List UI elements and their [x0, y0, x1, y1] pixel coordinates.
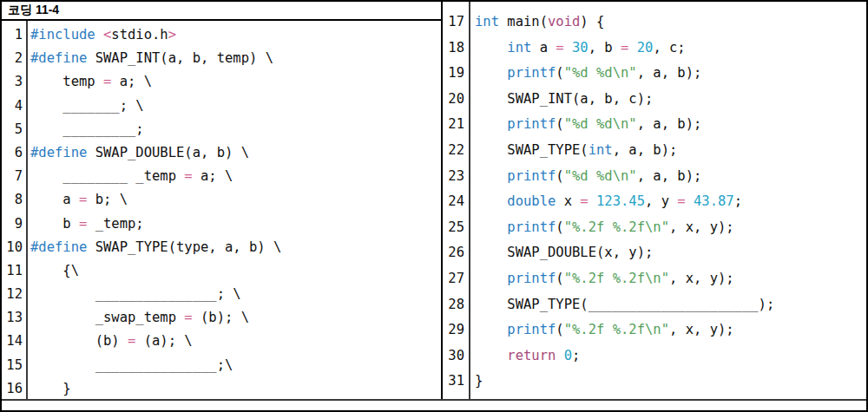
code-token-pl: main(: [499, 14, 548, 29]
code-token-pl: [475, 65, 507, 81]
code-token-pl: SWAP_DOUBLE(a, b) \: [87, 145, 249, 160]
code-token-pl: , a, b);: [637, 116, 702, 132]
code-line: _______; \: [30, 95, 441, 118]
code-token-pl: b: [30, 216, 79, 232]
code-token-num: 0: [564, 348, 572, 363]
code-token-op: =: [103, 74, 111, 89]
code-token-pl: b; \: [87, 192, 128, 207]
code-token-pl: [475, 40, 507, 56]
code-token-num: 43.87: [694, 193, 734, 209]
code-line: b = _temp;: [30, 213, 441, 236]
code-token-mg: void: [548, 14, 580, 29]
code-token-kw: #include: [30, 27, 95, 43]
code-token-kw: int: [475, 14, 499, 29]
code-line: _swap_temp = (b); \: [30, 306, 441, 330]
code-token-pl: ) {: [580, 14, 604, 29]
code-token-pl: ________ _temp: [30, 168, 184, 184]
code-line: return 0;: [475, 343, 866, 369]
code-token-pl: a; \: [193, 168, 233, 184]
listing-title: 코딩 11-4: [8, 3, 59, 16]
code-line: #define SWAP_DOUBLE(a, b) \: [30, 141, 441, 165]
line-number: 28: [443, 292, 464, 318]
code-area-right: 171819202122232425262728293031 int main(…: [443, 2, 866, 399]
code-token-op: =: [677, 193, 685, 209]
line-number: 31: [443, 369, 464, 395]
code-token-kw: #define: [30, 145, 87, 160]
code-token-pl: (a); \: [135, 333, 192, 349]
code-line: #define SWAP_INT(a, b, temp) \: [30, 47, 441, 70]
line-number: 29: [443, 317, 464, 343]
code-token-pl: }: [475, 373, 483, 389]
line-number: 9: [2, 213, 23, 236]
code-token-pl: ;: [572, 348, 580, 363]
code-token-pl: {\: [30, 263, 79, 278]
code-line: SWAP_INT(a, b, c);: [475, 87, 866, 113]
code-line: #define SWAP_TYPE(type, a, b) \: [30, 236, 441, 259]
line-number: 1: [2, 23, 23, 47]
code-token-pl: a: [30, 192, 79, 207]
code-token-pl: [475, 193, 507, 209]
code-token-pl: , x, y);: [669, 219, 734, 235]
code-token-kw: int: [589, 142, 613, 158]
code-token-pl: (: [556, 116, 563, 132]
code-token-kw: printf: [507, 168, 556, 184]
line-number: 13: [2, 306, 23, 330]
code-token-pl: , x, y);: [669, 322, 734, 337]
line-number: 7: [2, 165, 23, 188]
listing-content: 코딩 11-4 12345678910111213141516 #include…: [2, 2, 866, 401]
code-token-pl: [475, 322, 507, 337]
code-token-op: =: [580, 193, 588, 209]
line-number: 6: [2, 141, 23, 165]
code-token-pl: (: [556, 322, 563, 337]
code-token-op: =: [184, 310, 192, 325]
code-line: int a = 30, b = 20, c;: [475, 36, 866, 62]
code-token-kw: #define: [30, 50, 87, 66]
code-token-pl: [564, 40, 572, 56]
code-token-kw: printf: [507, 271, 556, 286]
code-token-op: =: [184, 168, 192, 184]
code-token-pl: [475, 168, 507, 184]
line-number-gutter: 171819202122232425262728293031: [443, 2, 470, 399]
code-token-num: 20: [637, 40, 654, 56]
code-token-pl: , x, y);: [669, 271, 734, 286]
code-line: int main(void) {: [475, 10, 866, 36]
code-line: }: [475, 369, 866, 395]
line-number: 20: [443, 87, 464, 113]
code-line: _________;: [30, 118, 441, 141]
code-token-kw: printf: [507, 65, 556, 81]
line-number: 15: [2, 354, 23, 377]
code-token-kw: printf: [507, 219, 556, 235]
code-token-op: =: [621, 40, 628, 56]
line-number: 4: [2, 95, 23, 118]
code-token-kw: #define: [30, 239, 87, 255]
line-number: 21: [443, 112, 464, 138]
line-number: 8: [2, 188, 23, 212]
code-token-pl: , b: [589, 40, 621, 56]
code-token-pl: }: [30, 381, 71, 396]
code-line: }: [30, 377, 441, 399]
line-number: 14: [2, 330, 23, 353]
line-number: 26: [443, 240, 464, 266]
code-token-op: =: [128, 333, 135, 349]
line-number: 18: [443, 36, 464, 62]
code-line: printf("%.2f %.2f\n", x, y);: [475, 215, 866, 241]
line-number: 19: [443, 61, 464, 87]
code-area-left: 12345678910111213141516 #include <stdio.…: [2, 21, 441, 399]
code-token-pl: _______; \: [30, 98, 144, 114]
listing-title-bar: 코딩 11-4: [2, 2, 441, 21]
code-token-pl: SWAP_TYPE(_____________________);: [475, 297, 774, 312]
code-token-pl: (: [556, 219, 563, 235]
code-line: printf("%.2f %.2f\n", x, y);: [475, 266, 866, 292]
line-number-gutter: 12345678910111213141516: [2, 21, 28, 399]
code-token-kw: printf: [507, 322, 556, 337]
code-line: SWAP_TYPE(_____________________);: [475, 292, 866, 318]
code-token-pl: [589, 193, 596, 209]
code-token-str: "%d %d\n": [564, 65, 637, 81]
code-token-pl: ;: [734, 193, 742, 209]
code-token-op: =: [556, 40, 563, 56]
code-token-str: "%.2f %.2f\n": [564, 271, 669, 286]
code-token-pl: temp: [30, 74, 103, 89]
code-line: temp = a; \: [30, 70, 441, 94]
code-token-str: "%d %d\n": [564, 168, 637, 184]
code-token-op: <: [103, 27, 111, 43]
